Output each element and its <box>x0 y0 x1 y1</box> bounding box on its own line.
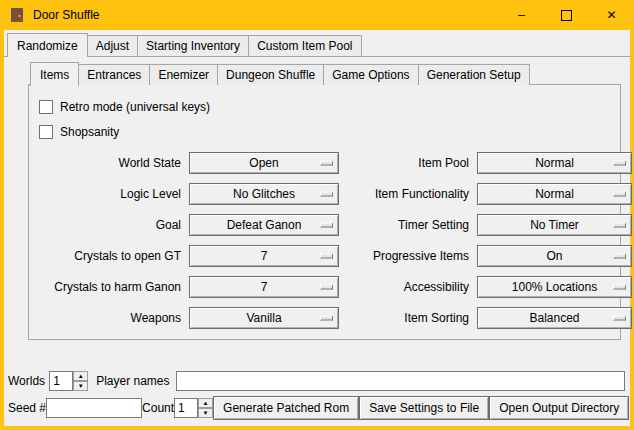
dropdown-indicator-icon <box>613 254 626 259</box>
goal-dropdown[interactable]: Defeat Ganon <box>189 214 339 236</box>
worlds-spinbox: ▲ ▼ <box>49 371 88 391</box>
worlds-input[interactable] <box>49 371 73 391</box>
window-controls: – ✕ <box>499 0 634 30</box>
seed-row: Seed # Count ▲ ▼ Generate Patched Rom Sa… <box>8 396 625 420</box>
spin-down-icon[interactable]: ▼ <box>73 381 88 391</box>
dropdown-value: On <box>546 249 562 263</box>
subtab-dungeon-shuffle[interactable]: Dungeon Shuffle <box>217 64 324 85</box>
checkbox-label: Shopsanity <box>60 125 119 139</box>
dropdown-value: Balanced <box>529 311 579 325</box>
options-grid: World State Open Item Pool Normal Logic … <box>35 152 614 329</box>
retro-mode-checkbox[interactable]: Retro mode (universal keys) <box>39 94 614 119</box>
count-input[interactable] <box>174 398 198 418</box>
title-bar[interactable]: Door Shuffle – ✕ <box>0 0 634 30</box>
crystals-gt-label: Crystals to open GT <box>35 249 181 263</box>
item-sorting-label: Item Sorting <box>347 311 469 325</box>
item-pool-label: Item Pool <box>347 156 469 170</box>
maximize-button[interactable] <box>544 0 589 30</box>
dropdown-indicator-icon <box>320 316 333 321</box>
item-functionality-label: Item Functionality <box>347 187 469 201</box>
dropdown-value: No Glitches <box>233 187 295 201</box>
spin-up-icon[interactable]: ▲ <box>73 371 88 381</box>
weapons-label: Weapons <box>35 311 181 325</box>
seed-label: Seed # <box>8 401 46 415</box>
checkbox-icon <box>39 100 53 114</box>
count-spinbox: ▲ ▼ <box>174 398 213 418</box>
subtab-game-options[interactable]: Game Options <box>323 64 418 85</box>
subtab-generation-setup[interactable]: Generation Setup <box>418 64 530 85</box>
subtab-items[interactable]: Items <box>30 62 79 86</box>
tab-adjust[interactable]: Adjust <box>87 35 138 56</box>
dropdown-indicator-icon <box>613 192 626 197</box>
tab-starting-inventory[interactable]: Starting Inventory <box>137 35 249 56</box>
subtab-enemizer[interactable]: Enemizer <box>149 64 218 85</box>
shopsanity-checkbox[interactable]: Shopsanity <box>39 119 614 144</box>
dropdown-indicator-icon <box>320 223 333 228</box>
dropdown-indicator-icon <box>320 161 333 166</box>
dropdown-value: Defeat Ganon <box>227 218 302 232</box>
dropdown-indicator-icon <box>613 316 626 321</box>
dropdown-value: Vanilla <box>246 311 281 325</box>
dropdown-indicator-icon <box>320 285 333 290</box>
main-tab-bar: Randomize Adjust Starting Inventory Cust… <box>4 30 630 57</box>
crystals-ganon-dropdown[interactable]: 7 <box>189 276 339 298</box>
sub-tab-bar: Items Entrances Enemizer Dungeon Shuffle… <box>28 62 621 85</box>
spin-down-icon[interactable]: ▼ <box>198 408 213 418</box>
tab-randomize[interactable]: Randomize <box>7 33 88 57</box>
items-pane: Retro mode (universal keys) Shopsanity W… <box>28 84 621 340</box>
logic-level-dropdown[interactable]: No Glitches <box>189 183 339 205</box>
save-settings-button[interactable]: Save Settings to File <box>359 396 489 420</box>
logic-level-label: Logic Level <box>35 187 181 201</box>
crystals-gt-dropdown[interactable]: 7 <box>189 245 339 267</box>
window-title: Door Shuffle <box>33 8 100 22</box>
sub-notebook: Items Entrances Enemizer Dungeon Shuffle… <box>28 62 621 340</box>
dropdown-indicator-icon <box>320 192 333 197</box>
player-names-input[interactable] <box>176 371 626 391</box>
subtab-entrances[interactable]: Entrances <box>78 64 150 85</box>
dropdown-value: 7 <box>261 249 268 263</box>
dropdown-value: 7 <box>261 280 268 294</box>
minimize-button[interactable]: – <box>499 0 544 30</box>
dropdown-value: Normal <box>535 187 574 201</box>
accessibility-label: Accessibility <box>347 280 469 294</box>
checkbox-icon <box>39 125 53 139</box>
dropdown-value: No Timer <box>530 218 579 232</box>
bottom-bar: Worlds ▲ ▼ Player names Seed # <box>8 371 625 420</box>
dropdown-indicator-icon <box>613 285 626 290</box>
spin-up-icon[interactable]: ▲ <box>198 398 213 408</box>
dropdown-value: Open <box>249 156 278 170</box>
world-state-label: World State <box>35 156 181 170</box>
weapons-dropdown[interactable]: Vanilla <box>189 307 339 329</box>
dropdown-indicator-icon <box>320 254 333 259</box>
timer-setting-dropdown[interactable]: No Timer <box>477 214 632 236</box>
dropdown-value: Normal <box>535 156 574 170</box>
item-functionality-dropdown[interactable]: Normal <box>477 183 632 205</box>
timer-setting-label: Timer Setting <box>347 218 469 232</box>
progressive-items-dropdown[interactable]: On <box>477 245 632 267</box>
world-state-dropdown[interactable]: Open <box>189 152 339 174</box>
dropdown-value: 100% Locations <box>512 280 597 294</box>
checkbox-label: Retro mode (universal keys) <box>60 100 210 114</box>
app-window: Door Shuffle – ✕ Randomize Adjust Starti… <box>0 0 634 430</box>
generate-patched-rom-button[interactable]: Generate Patched Rom <box>213 396 359 420</box>
minimize-icon: – <box>518 8 525 22</box>
goal-label: Goal <box>35 218 181 232</box>
seed-input[interactable] <box>46 398 142 418</box>
item-sorting-dropdown[interactable]: Balanced <box>477 307 632 329</box>
crystals-ganon-label: Crystals to harm Ganon <box>35 280 181 294</box>
window-content: Randomize Adjust Starting Inventory Cust… <box>4 30 630 426</box>
close-icon: ✕ <box>606 8 616 22</box>
player-names-label: Player names <box>96 374 169 388</box>
tab-custom-item-pool[interactable]: Custom Item Pool <box>248 35 361 56</box>
accessibility-dropdown[interactable]: 100% Locations <box>477 276 632 298</box>
app-icon <box>9 7 25 23</box>
worlds-label: Worlds <box>8 374 45 388</box>
dropdown-indicator-icon <box>613 223 626 228</box>
dropdown-indicator-icon <box>613 161 626 166</box>
maximize-icon <box>561 10 572 21</box>
progressive-items-label: Progressive Items <box>347 249 469 263</box>
open-output-directory-button[interactable]: Open Output Directory <box>489 396 629 420</box>
count-label: Count <box>142 401 174 415</box>
item-pool-dropdown[interactable]: Normal <box>477 152 632 174</box>
close-button[interactable]: ✕ <box>589 0 634 30</box>
